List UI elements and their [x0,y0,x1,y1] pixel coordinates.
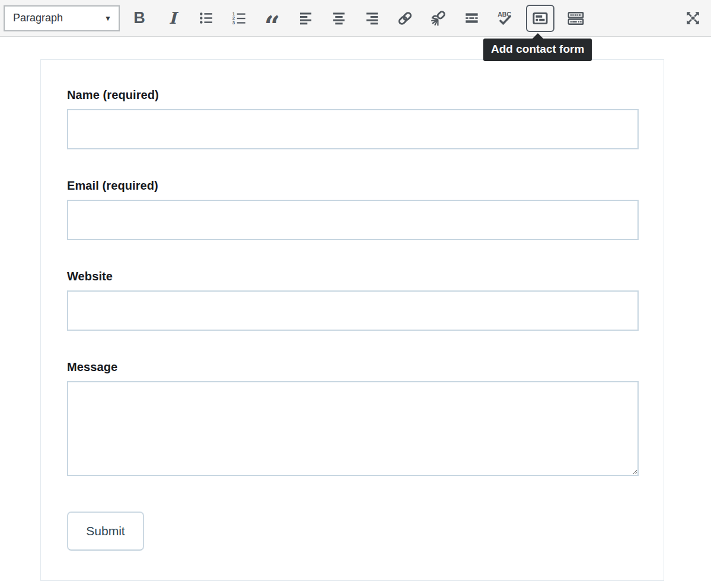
message-textarea[interactable] [67,381,639,476]
align-right-button[interactable] [360,5,384,31]
form-field-message: Message [67,360,639,476]
contact-form: Name (required) Email (required) Website… [40,59,664,581]
add-contact-form-tooltip: Add contact form [483,39,592,61]
add-contact-form-icon [531,9,549,27]
blockquote-icon: “ [264,8,280,29]
field-label: Name (required) [67,88,639,102]
field-label: Message [67,360,639,374]
editor-toolbar: Paragraph ▼ B I 1 2 3 “ [0,0,711,37]
add-contact-form-button[interactable] [526,5,554,32]
fullscreen-button[interactable] [681,5,704,31]
tooltip-text: Add contact form [491,43,584,55]
submit-button[interactable]: Submit [67,512,144,551]
email-input[interactable] [67,200,639,240]
chevron-down-icon: ▼ [104,14,111,23]
fullscreen-icon [684,9,702,27]
toolbar-toggle-icon [567,9,585,27]
link-icon [397,10,413,27]
align-center-icon [331,10,347,26]
bold-button[interactable]: B [127,5,151,31]
bold-icon: B [133,9,145,27]
italic-button[interactable]: I [161,5,184,31]
field-label: Email (required) [67,179,639,193]
bullet-list-button[interactable] [194,5,218,31]
format-select-value: Paragraph [13,12,104,24]
field-label: Website [67,270,639,283]
svg-text:3: 3 [232,20,235,25]
form-field-website: Website [67,270,639,331]
align-left-icon [298,10,314,26]
form-field-name: Name (required) [67,88,639,149]
form-field-email: Email (required) [67,179,639,240]
bullet-list-icon [198,10,214,26]
align-center-button[interactable] [327,5,350,31]
read-more-icon [464,10,480,26]
unlink-button[interactable] [426,5,450,31]
link-button[interactable] [393,5,417,31]
blockquote-button[interactable]: “ [260,5,284,31]
format-select[interactable]: Paragraph ▼ [4,5,120,31]
name-input[interactable] [67,109,639,149]
editor-canvas[interactable]: Name (required) Email (required) Website… [0,59,711,581]
numbered-list-icon: 1 2 3 [231,10,247,26]
spellcheck-icon: ABC [496,9,514,27]
spellcheck-button[interactable]: ABC [493,5,516,31]
italic-icon: I [169,9,177,27]
unlink-icon [430,10,447,27]
toolbar-toggle-button[interactable] [564,5,588,31]
align-left-button[interactable] [294,5,317,31]
website-input[interactable] [67,290,639,331]
align-right-icon [364,10,380,26]
numbered-list-button[interactable]: 1 2 3 [227,5,251,31]
read-more-button[interactable] [460,5,483,31]
